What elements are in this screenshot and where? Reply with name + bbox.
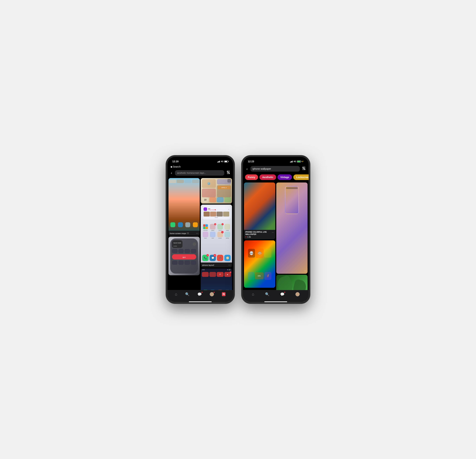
svg-point-1 — [228, 172, 229, 173]
pin-card-layout-main[interactable]: ayo morgan leigh ♪ — [201, 205, 232, 267]
badge-77-text: 77 — [222, 232, 223, 233]
sub-icon-3 — [203, 227, 205, 229]
search-bar-right[interactable]: iphone wallpaper — [250, 166, 300, 172]
scroll-content-right[interactable]: IPHONE COLORFUL LIVE WALLPAPER ··· ♥ 1.6… — [243, 181, 309, 290]
pin-card-homescreen[interactable]: home screen inspo 🖤 ··· — [169, 178, 200, 236]
nav-home-right[interactable]: ⌂ — [252, 292, 254, 296]
app-media: media — [224, 224, 231, 231]
cc-header: Sarah Smith mobile — [172, 240, 196, 248]
cc-btn2-1 — [172, 261, 178, 265]
signal-bar-3 — [219, 161, 219, 163]
card-dots-top[interactable]: ··· — [228, 179, 231, 182]
filter-button-right[interactable] — [302, 166, 306, 171]
nav-profile-right[interactable] — [296, 292, 300, 296]
mini-dock-2 — [210, 290, 215, 290]
mini-dock-4 — [225, 290, 230, 290]
app-school-label: school — [219, 230, 221, 231]
pin-card-tropical[interactable] — [276, 275, 307, 290]
notch-left — [188, 157, 212, 162]
back-button-left[interactable]: ‹ — [170, 170, 173, 176]
dock-message — [178, 222, 183, 227]
signal-bar-r3 — [291, 161, 292, 163]
sub-icon-4 — [205, 227, 208, 229]
battery-fill-left — [225, 161, 227, 162]
date-widget: APRIL 9 — [218, 186, 230, 189]
widget-1: 19 — [202, 197, 209, 203]
safari-emoji: 🧭 — [226, 256, 229, 259]
messages-icon-left: 💬 — [197, 292, 202, 296]
sticker-2: 🐵 — [256, 248, 264, 258]
pill-lockscreen[interactable]: Lockscreen a — [293, 174, 309, 180]
iphone-xs-mockup — [285, 186, 299, 214]
sub-icon-1 — [203, 224, 205, 227]
app-essential-icon — [203, 224, 208, 230]
message-emoji: 💬 — [211, 256, 214, 259]
pill-aesthetic[interactable]: Aesthetic — [259, 174, 276, 180]
nav-netflix-left[interactable]: N — [222, 292, 226, 296]
app-icon-4 — [192, 180, 199, 183]
home-icon-right: ⌂ — [252, 292, 254, 296]
nav-messages-left[interactable]: 💬 — [197, 292, 202, 296]
pin-card-layout-bottom[interactable]: 6:48 4G 🔋 P — [201, 269, 232, 290]
mini-youtube: ▶ 4 — [224, 272, 231, 277]
nav-search-left[interactable]: 🔍 — [185, 292, 189, 296]
back-label-left[interactable]: ◀ Search — [167, 164, 233, 169]
battery-left — [224, 161, 228, 163]
scroll-content-left[interactable]: home screen inspo 🖤 ··· — [167, 177, 233, 290]
pin-card-footer-homescreen: home screen inspo 🖤 ··· — [169, 231, 200, 236]
notch-right — [264, 157, 288, 162]
layout-settings: ⚙️ — [202, 179, 216, 188]
pin-label-homescreen: home screen inspo 🖤 — [170, 232, 189, 235]
svg-point-0 — [227, 171, 228, 172]
status-icons-right: 4G ⚡ — [290, 160, 304, 163]
phone-frame-left: 12:20 4G ◀ Search ‹ — [166, 156, 235, 303]
search-bar-left[interactable]: aesthetic homescreen layo... — [175, 170, 224, 176]
nav-profile-left[interactable] — [210, 292, 214, 296]
pin-card-colorful[interactable]: IPHONE COLORFUL LIVE WALLPAPER ··· ♥ 1.6… — [244, 182, 275, 239]
nav-bar-right: ‹ iphone wallpaper — [243, 164, 309, 173]
nav-dot-profile-left — [213, 292, 215, 293]
back-button-right[interactable]: ‹ — [246, 166, 248, 172]
nav-search-right[interactable]: 🔍 — [265, 292, 269, 296]
pin-card-marble[interactable]: ··· — [276, 182, 307, 274]
app-utilities: 88 utilities — [210, 224, 216, 231]
leaf-1 — [276, 275, 295, 290]
app-music-icon — [203, 232, 208, 237]
filter-button-left[interactable] — [226, 171, 230, 175]
pill-vintage[interactable]: Vintage — [278, 174, 292, 180]
music-album — [204, 207, 207, 211]
sticker-1: 💀 — [248, 249, 255, 258]
dock-safari-icon: 🧭 — [224, 255, 231, 261]
app-icon-2 — [177, 180, 184, 183]
mini-pinterest: P — [217, 272, 224, 277]
music-label: Music — [204, 217, 229, 218]
pill-funny[interactable]: Funny — [245, 174, 258, 180]
phone-content-left: 12:20 4G ◀ Search ‹ — [167, 157, 233, 302]
nav-messages-right[interactable]: 💬 — [280, 292, 285, 296]
mini-status: 6:48 4G 🔋 — [201, 269, 232, 271]
svg-point-9 — [303, 167, 303, 168]
masonry-col-right-2: ··· — [276, 182, 307, 290]
right-phone: 12:23 4G ⚡ ‹ — [241, 156, 310, 303]
pin-card-layout-top[interactable]: ⚙️ APRIL 9 — [201, 178, 232, 204]
widget-icon-1: 19 — [204, 199, 206, 201]
pin-image-sticker: 💀 🐵 GTA — [244, 240, 275, 288]
layout-dots[interactable]: ··· — [228, 263, 231, 267]
layout-label: iphone layout! — [202, 264, 214, 266]
cc-btn2-4 — [191, 261, 196, 265]
nav-bar-left: ‹ aesthetic homescreen layo... — [167, 169, 233, 177]
signal-bar-r4 — [292, 161, 293, 163]
pin-card-sticker[interactable]: 💀 🐵 GTA — [244, 240, 275, 288]
home-icon-left: ⌂ — [175, 292, 177, 296]
marble-dots[interactable]: ··· — [304, 269, 306, 272]
nav-home-left[interactable]: ⌂ — [175, 292, 177, 296]
cc-qld: QLD — [172, 254, 196, 260]
pin-dots-homescreen[interactable]: ··· — [196, 232, 198, 235]
badge-88-text: 88 — [215, 224, 216, 225]
app-row-2: music work — [202, 232, 231, 239]
netflix-icon-left: N — [222, 292, 226, 296]
pin-card-hand[interactable]: Sarah Smith mobile — [169, 237, 200, 275]
signal-bar-r2 — [291, 161, 291, 163]
widget-4 — [224, 197, 231, 203]
signal-bar-4 — [219, 161, 220, 163]
